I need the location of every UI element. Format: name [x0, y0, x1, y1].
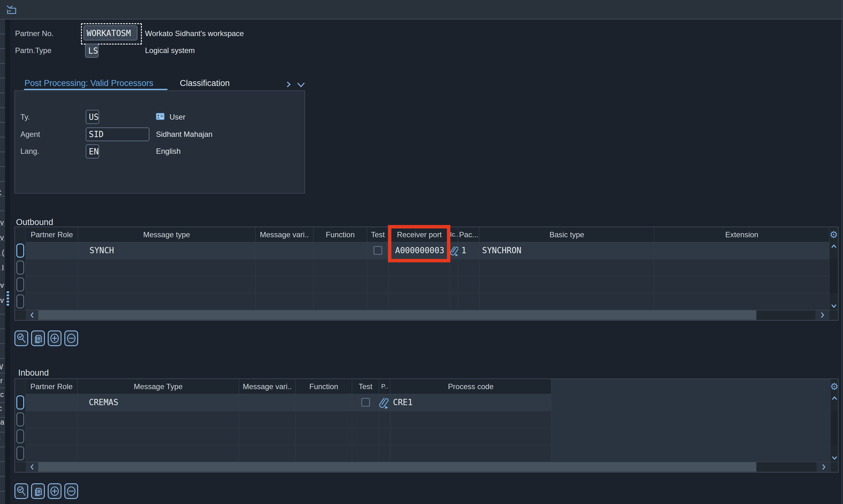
- cell-icon[interactable]: [450, 242, 458, 259]
- partner-no-field[interactable]: WORKATOSM: [84, 25, 138, 40]
- scrollbar-thumb[interactable]: [38, 310, 756, 320]
- cell-message-variant[interactable]: [255, 242, 313, 259]
- row-selector[interactable]: [15, 428, 26, 445]
- scroll-left-button[interactable]: [26, 462, 38, 472]
- cell-process-code[interactable]: CRE1: [391, 394, 552, 411]
- row-selector[interactable]: [15, 293, 26, 310]
- attachment-icon[interactable]: [379, 396, 390, 410]
- left-fragment: ov: [0, 296, 5, 305]
- col-basic-type[interactable]: Basic type: [480, 227, 654, 242]
- inbound-toolbar: [15, 483, 78, 499]
- tab-post-processing[interactable]: Post Processing: Valid Processors: [24, 78, 154, 89]
- col-message-variant[interactable]: Message vari..: [255, 227, 313, 242]
- outbound-row-4[interactable]: [15, 293, 838, 310]
- scroll-up-button[interactable]: [829, 242, 838, 259]
- row-selector[interactable]: [15, 276, 26, 293]
- cell-p[interactable]: [379, 394, 391, 411]
- delete-row-button[interactable]: [64, 330, 78, 346]
- collapse-header-icon[interactable]: [6, 4, 17, 15]
- col-icon[interactable]: Ic..: [450, 227, 458, 242]
- col-message-type[interactable]: Message Type: [77, 379, 239, 394]
- tab-scroll-right-icon[interactable]: [286, 81, 292, 88]
- cell-message-variant[interactable]: [239, 394, 295, 411]
- cell-partner-role[interactable]: [26, 394, 77, 411]
- col-test[interactable]: Test: [352, 379, 379, 394]
- cell-message-type[interactable]: CREMAS: [77, 394, 239, 411]
- test-checkbox[interactable]: [361, 398, 370, 407]
- details-button[interactable]: [15, 330, 28, 346]
- copy-button[interactable]: [31, 330, 45, 346]
- cell-test[interactable]: [367, 242, 389, 259]
- agent-field[interactable]: SID: [86, 127, 149, 141]
- sap-partner-profile-window: C L ov ov k ( k I ov ov s W or ac /c pa …: [0, 0, 843, 504]
- scroll-up-button[interactable]: [831, 394, 838, 411]
- col-message-variant[interactable]: Message vari..: [239, 379, 295, 394]
- col-partner-role[interactable]: Partner Role: [26, 227, 78, 242]
- scrollbar-thumb[interactable]: [38, 462, 756, 472]
- col-extension[interactable]: Extension: [654, 227, 829, 242]
- inbound-row-2[interactable]: [15, 411, 838, 428]
- inbound-header-row: Partner Role Message Type Message vari..…: [15, 379, 838, 394]
- col-process-code[interactable]: Process code: [391, 379, 552, 394]
- row-selector[interactable]: [15, 259, 26, 276]
- partner-no-label: Partner No.: [15, 29, 54, 38]
- col-message-type[interactable]: Message type: [78, 227, 255, 242]
- inbound-row-1[interactable]: CREMAS CRE1: [15, 394, 838, 411]
- active-tab-underline: [24, 89, 167, 90]
- cell-extension[interactable]: [654, 242, 829, 259]
- copy-button[interactable]: [31, 483, 45, 499]
- test-checkbox[interactable]: [374, 246, 382, 255]
- splitter-drag-handle[interactable]: [6, 291, 9, 306]
- scroll-down-button[interactable]: [829, 293, 838, 310]
- type-field[interactable]: US: [86, 110, 99, 124]
- col-partner-role[interactable]: Partner Role: [26, 379, 77, 394]
- outbound-h-scrollbar[interactable]: [15, 310, 838, 320]
- gear-icon[interactable]: ⚙: [831, 382, 838, 391]
- inbound-table-settings[interactable]: ⚙: [831, 379, 838, 394]
- inbound-row-4[interactable]: [15, 445, 838, 462]
- type-label: Ty.: [20, 112, 30, 122]
- cell-partner-role[interactable]: [26, 242, 78, 259]
- insert-row-button[interactable]: [48, 330, 61, 346]
- delete-row-button[interactable]: [64, 483, 78, 499]
- cell-test[interactable]: [352, 394, 379, 411]
- tab-list-dropdown-icon[interactable]: [296, 82, 306, 89]
- cell-package-size[interactable]: 1: [458, 242, 480, 259]
- user-card-icon: [156, 113, 164, 120]
- inbound-h-scrollbar[interactable]: [15, 462, 838, 472]
- row-selector[interactable]: [15, 394, 26, 411]
- language-field[interactable]: EN: [86, 144, 99, 159]
- inbound-row-3[interactable]: [15, 428, 838, 445]
- outbound-table-settings[interactable]: ⚙: [829, 227, 838, 242]
- scroll-down-button[interactable]: [831, 445, 838, 462]
- outbound-row-3[interactable]: [15, 276, 838, 293]
- partner-type-field[interactable]: LS: [85, 43, 98, 58]
- left-fragment: k I: [0, 264, 5, 272]
- scroll-left-button[interactable]: [26, 310, 38, 320]
- scroll-right-button[interactable]: [815, 310, 829, 320]
- cell-function[interactable]: [295, 394, 352, 411]
- window-right-edge: [841, 0, 842, 504]
- tab-classification[interactable]: Classification: [180, 78, 230, 89]
- scroll-right-button[interactable]: [817, 462, 831, 472]
- top-bar: [0, 0, 843, 19]
- select-all-column[interactable]: [15, 379, 26, 394]
- cell-function[interactable]: [313, 242, 367, 259]
- col-package[interactable]: Pac...: [458, 227, 480, 242]
- row-selector[interactable]: [15, 445, 26, 462]
- details-button[interactable]: [15, 483, 28, 499]
- gear-icon[interactable]: ⚙: [829, 230, 838, 239]
- select-all-column[interactable]: [15, 227, 26, 242]
- agent-label: Agent: [20, 130, 40, 139]
- col-p[interactable]: P..: [379, 379, 391, 394]
- col-function[interactable]: Function: [295, 379, 352, 394]
- col-test[interactable]: Test: [367, 227, 389, 242]
- row-selector[interactable]: [15, 411, 26, 428]
- left-fragment: a: [0, 432, 5, 441]
- cell-message-type[interactable]: SYNCH: [78, 242, 255, 259]
- inbound-section-title: Inbound: [18, 368, 49, 378]
- cell-basic-type[interactable]: SYNCHRON: [480, 242, 654, 259]
- insert-row-button[interactable]: [48, 483, 61, 499]
- col-function[interactable]: Function: [313, 227, 367, 242]
- row-selector[interactable]: [15, 242, 26, 259]
